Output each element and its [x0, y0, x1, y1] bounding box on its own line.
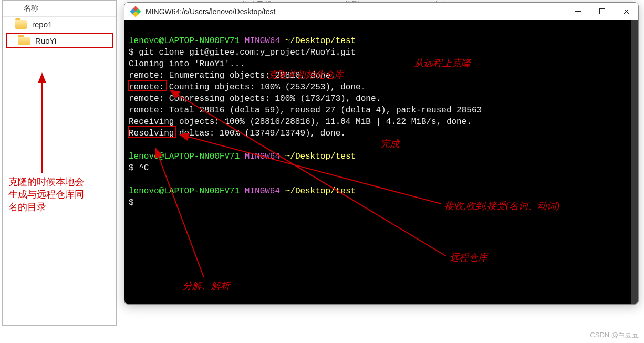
- out-remote-enum: remote: Enumerating objects: 28816, done…: [129, 71, 336, 80]
- out-receiving: Receiving objects: 100% (28816/28816), 1…: [129, 117, 472, 127]
- prompt-shell: MINGW64: [245, 186, 280, 196]
- prompt-user: lenovo@LAPTOP-NN00FV71: [129, 152, 240, 161]
- folder-icon: [18, 37, 30, 45]
- out-remote-compress: remote: Compressing objects: 100% (173/1…: [129, 94, 381, 103]
- prompt-shell: MINGW64: [245, 36, 280, 46]
- out-cloning: Cloning into 'RuoYi'...: [129, 59, 245, 69]
- explorer-column-header: 名称: [3, 1, 116, 17]
- titlebar[interactable]: MINGW64:/c/Users/lenovo/Desktop/test: [124, 3, 638, 20]
- folder-label: repo1: [32, 20, 52, 29]
- folder-item-ruoyi[interactable]: RuoYi: [6, 33, 113, 48]
- folder-item-repo1[interactable]: repo1: [3, 17, 116, 32]
- watermark: CSDN @白豆五: [590, 330, 639, 340]
- prompt-shell: MINGW64: [245, 152, 280, 161]
- file-explorer-panel: 名称 repo1 RuoYi: [2, 0, 117, 326]
- cmd-cancel: $ ^C: [129, 163, 149, 173]
- cmd-git-clone: $ git clone git@gitee.com:y_project/RuoY…: [129, 48, 356, 57]
- close-button[interactable]: [614, 3, 638, 20]
- prompt-path: ~/Desktop/test: [285, 36, 356, 46]
- out-remote-count: remote: Counting objects: 100% (253/253)…: [129, 82, 366, 92]
- terminal-body[interactable]: lenovo@LAPTOP-NN00FV71 MINGW64 ~/Desktop…: [124, 20, 638, 304]
- folder-icon: [15, 20, 27, 29]
- maximize-button[interactable]: [590, 3, 614, 20]
- col-name-header: 名称: [24, 4, 38, 13]
- out-resolving: Resolving deltas: 100% (13749/13749), do…: [129, 129, 346, 138]
- mingw-app-icon: [131, 7, 140, 16]
- prompt-path: ~/Desktop/test: [285, 152, 356, 161]
- prompt-user: lenovo@LAPTOP-NN00FV71: [129, 36, 240, 46]
- prompt-empty: $: [129, 198, 139, 207]
- svg-rect-1: [599, 9, 605, 14]
- prompt-user: lenovo@LAPTOP-NN00FV71: [129, 186, 240, 196]
- prompt-path: ~/Desktop/test: [285, 186, 356, 196]
- out-remote-total: remote: Total 28816 (delta 59), reused 2…: [129, 106, 482, 115]
- window-title: MINGW64:/c/Users/lenovo/Desktop/test: [146, 7, 566, 16]
- folder-label: RuoYi: [35, 36, 56, 45]
- minimize-button[interactable]: [566, 3, 590, 20]
- terminal-window: MINGW64:/c/Users/lenovo/Desktop/test len…: [124, 2, 639, 305]
